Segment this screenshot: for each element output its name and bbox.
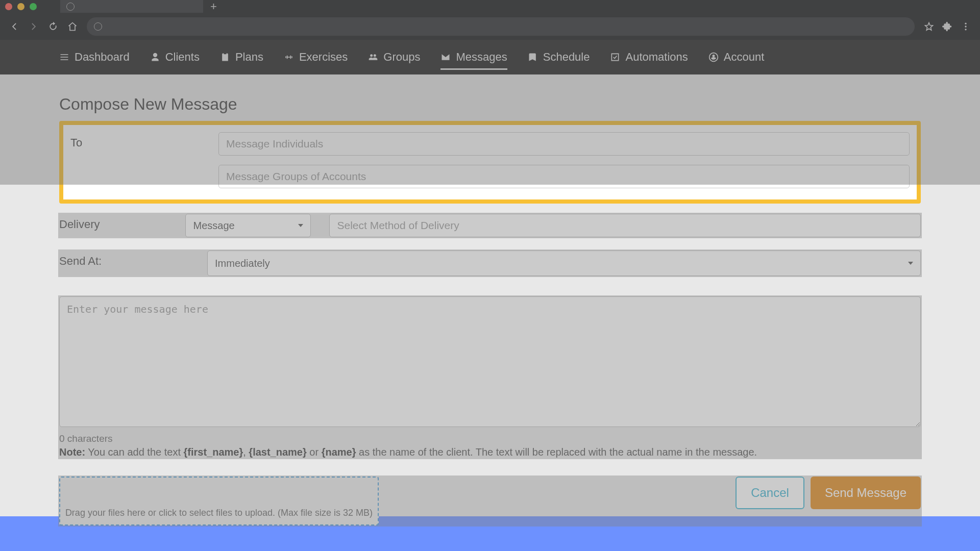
nav-groups[interactable]: Groups [368,40,420,74]
cancel-button[interactable]: Cancel [736,477,804,509]
character-count: 0 characters [59,433,921,444]
back-icon[interactable] [9,21,19,32]
file-dropzone[interactable]: Drag your files here or click to select … [59,477,379,525]
window-controls [5,3,37,10]
message-body-textarea[interactable] [59,296,921,427]
nav-label: Account [724,51,765,64]
dashboard-icon [59,52,69,62]
chevron-down-icon [908,262,913,265]
send-message-button[interactable]: Send Message [811,477,921,509]
person-icon [150,52,160,62]
nav-automations[interactable]: Automations [610,40,688,74]
browser-chrome: + [0,0,980,40]
message-individuals-input[interactable] [218,132,910,156]
clipboard-icon [220,52,230,62]
nav-label: Clients [165,51,200,64]
template-note: Note: You can add the text {first_name},… [59,446,921,458]
to-label: To [70,132,218,149]
nav-exercises[interactable]: Exercises [284,40,348,74]
delivery-type-select[interactable]: Message [185,214,311,237]
new-tab-button[interactable]: + [203,0,224,13]
star-icon[interactable] [924,21,934,32]
globe-icon [94,22,102,31]
address-bar[interactable] [87,17,915,36]
browser-tab[interactable] [60,0,203,13]
envelope-icon [440,52,451,62]
dumbbell-icon [284,52,294,62]
nav-label: Automations [625,51,688,64]
delivery-type-value: Message [193,220,234,232]
delivery-method-placeholder: Select Method of Delivery [337,219,459,232]
note-prefix: Note: [59,446,85,458]
book-icon [528,52,538,62]
address-bar-row [0,13,980,40]
nav-label: Groups [383,51,420,64]
svg-point-1 [965,26,966,27]
extensions-icon[interactable] [942,21,952,32]
home-icon[interactable] [67,21,78,32]
svg-point-0 [965,22,966,24]
send-at-select[interactable]: Immediately [207,251,921,276]
nav-account[interactable]: Account [708,40,765,74]
send-at-label: Send At: [59,251,207,268]
nav-messages[interactable]: Messages [440,40,507,74]
check-icon [610,52,620,62]
dropzone-text: Drag your files here or click to select … [65,508,373,518]
delivery-method-select[interactable]: Select Method of Delivery [329,214,921,237]
nav-dashboard[interactable]: Dashboard [59,40,130,74]
globe-icon [66,3,75,11]
svg-point-2 [965,29,966,30]
nav-plans[interactable]: Plans [220,40,263,74]
nav-schedule[interactable]: Schedule [528,40,590,74]
menu-icon[interactable] [961,21,971,32]
tab-bar: + [0,0,980,13]
group-icon [368,52,378,62]
compose-message-form: Compose New Message To Delivery Message [0,74,980,525]
maximize-window-icon[interactable] [30,3,37,10]
reload-icon[interactable] [48,21,58,32]
nav-label: Plans [235,51,263,64]
chevron-down-icon [298,224,303,227]
nav-label: Exercises [299,51,348,64]
page-title: Compose New Message [59,95,921,114]
message-groups-input[interactable] [218,165,910,188]
to-section-highlight: To [59,121,921,204]
minimize-window-icon[interactable] [17,3,24,10]
nav-label: Dashboard [75,51,130,64]
delivery-label: Delivery [59,214,185,231]
account-icon [708,52,719,62]
close-window-icon[interactable] [5,3,12,10]
nav-label: Schedule [543,51,590,64]
send-at-value: Immediately [215,258,270,269]
forward-icon[interactable] [29,21,39,32]
nav-clients[interactable]: Clients [150,40,200,74]
app-nav: Dashboard Clients Plans Exercises Groups… [0,40,980,74]
nav-label: Messages [456,51,507,64]
